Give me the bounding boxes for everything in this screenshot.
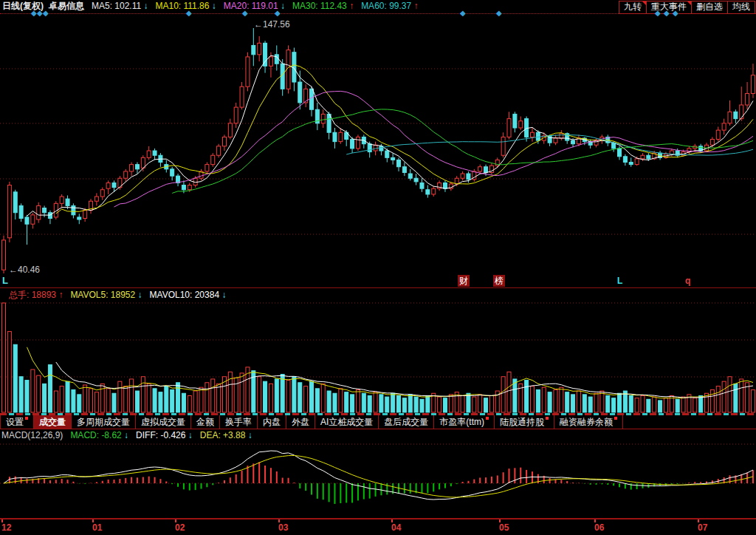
candle[interactable] [240,82,244,109]
volume-bar[interactable] [19,377,23,412]
candle[interactable] [205,163,209,174]
chart-marker-0[interactable]: 财 [458,275,470,287]
volume-bar[interactable] [681,397,685,412]
candle[interactable] [60,194,63,208]
candle[interactable] [292,48,296,92]
volume-bar[interactable] [193,391,197,412]
volume-bar[interactable] [281,375,284,412]
volume-bar[interactable] [118,381,122,412]
candle[interactable] [37,202,41,223]
tab-3[interactable]: 虚拟成交量 [136,415,191,429]
topbar-button-2[interactable]: 删自选 [691,1,728,14]
candle[interactable] [402,163,406,177]
candle[interactable] [495,157,499,168]
chart-marker-1[interactable]: 榜 [493,275,505,287]
candle[interactable] [705,143,709,151]
volume-bar[interactable] [54,391,58,412]
volume-bar[interactable] [368,395,371,412]
candle[interactable] [397,157,401,171]
volume-bar[interactable] [48,365,52,412]
candle[interactable] [176,174,180,186]
volume-bar[interactable] [339,389,343,412]
candle[interactable] [130,163,134,177]
volume-bar[interactable] [2,303,6,412]
volume-bar[interactable] [566,392,569,412]
volume-bar[interactable] [710,389,714,412]
tab-7[interactable]: 外盘 [286,415,315,429]
volume-bar[interactable] [722,381,726,412]
volume-bar[interactable] [78,395,81,412]
topbar-button-3[interactable]: 均线 [727,1,755,14]
volume-bar[interactable] [211,379,215,412]
volume-bar[interactable] [130,379,134,412]
candlestick-chart[interactable] [0,15,756,288]
candle[interactable] [408,169,412,180]
candle[interactable] [7,182,11,242]
volume-bar[interactable] [345,392,348,412]
tab-5[interactable]: 换手率 [220,415,258,429]
volume-bar[interactable] [258,377,261,412]
volume-bar[interactable] [397,395,401,412]
volume-bar[interactable] [228,372,232,412]
volume-bar[interactable] [501,377,505,412]
volume-bar[interactable] [176,383,180,412]
volume-bar[interactable] [66,381,69,412]
volume-bar[interactable] [588,397,592,412]
volume-bar[interactable] [31,369,35,412]
volume-bar[interactable] [676,399,679,412]
volume-bar[interactable] [629,395,633,412]
candle[interactable] [728,100,732,126]
candle[interactable] [722,119,726,135]
tab-4[interactable]: 金额 [191,415,220,429]
volume-bar[interactable] [647,399,650,412]
volume-bar[interactable] [182,393,185,412]
volume-bar[interactable] [740,379,743,412]
candle[interactable] [513,112,517,132]
candle[interactable] [258,36,261,61]
volume-bar[interactable] [530,386,534,412]
volume-bar[interactable] [728,377,732,412]
tab-2[interactable]: 多周期成交量 [72,415,136,429]
volume-bar[interactable] [89,389,93,412]
volume-bar[interactable] [548,392,551,412]
volume-bar[interactable] [664,398,667,412]
volume-bar[interactable] [542,387,546,412]
volume-bar[interactable] [135,391,139,412]
candle[interactable] [135,163,139,174]
candle[interactable] [106,180,110,194]
volume-bar[interactable] [141,377,145,412]
volume-bar[interactable] [618,393,622,412]
candle[interactable] [48,211,52,225]
volume-bar[interactable] [414,397,418,412]
volume-bar[interactable] [402,398,406,412]
volume-bar[interactable] [443,398,447,412]
volume-bar[interactable] [199,387,203,412]
volume-bar[interactable] [653,397,656,412]
candle[interactable] [751,64,755,98]
candle[interactable] [734,109,738,123]
volume-bar[interactable] [525,381,529,412]
volume-bar[interactable] [286,381,290,412]
candle[interactable] [100,188,104,200]
candle[interactable] [519,117,523,131]
candle[interactable] [623,154,627,166]
tab-8[interactable]: AI立桩成交量 [315,415,379,429]
volume-bar[interactable] [217,384,221,412]
candle[interactable] [298,71,302,110]
candle[interactable] [78,214,81,224]
candle[interactable] [252,28,255,66]
volume-bar[interactable] [507,372,511,412]
volume-bar[interactable] [7,332,11,412]
candle[interactable] [89,199,93,214]
volume-bar[interactable] [275,379,278,412]
volume-bar[interactable] [13,344,17,412]
candle[interactable] [716,126,720,141]
candle[interactable] [25,215,29,245]
volume-bar[interactable] [467,393,470,412]
candle[interactable] [507,112,511,139]
volume-bar[interactable] [635,398,639,412]
volume-bar[interactable] [60,386,63,412]
volume-bar[interactable] [426,395,430,412]
volume-bar[interactable] [269,384,272,412]
volume-bar[interactable] [351,395,354,412]
